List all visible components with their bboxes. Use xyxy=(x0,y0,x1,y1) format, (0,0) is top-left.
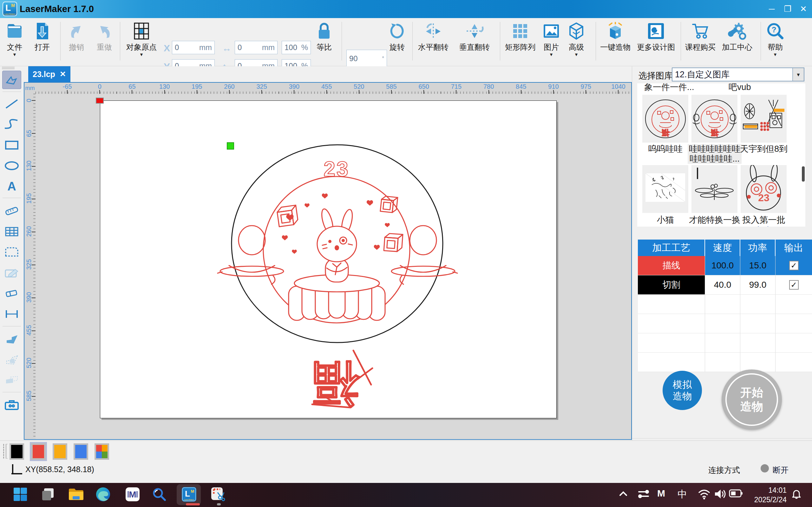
ellipse-tool[interactable] xyxy=(2,157,21,175)
gallery-item-label[interactable]: 哇哇哇哇哇哇 哇哇哇哇哇... xyxy=(688,144,742,164)
fill-outline-tool[interactable] xyxy=(2,350,21,369)
gallery-item-thumbnail[interactable]: 福 xyxy=(692,95,738,143)
output-checkbox[interactable] xyxy=(789,261,799,270)
statusbar-grip[interactable] xyxy=(3,444,5,458)
flip-horizontal-button[interactable]: 水平翻转 xyxy=(418,21,449,52)
volume-icon[interactable] xyxy=(714,488,726,500)
tab-close-icon[interactable]: ✕ xyxy=(60,70,66,78)
measure-tool[interactable] xyxy=(2,202,21,220)
file-button[interactable]: 文件 ▼ xyxy=(6,21,23,56)
fill-tool[interactable] xyxy=(2,330,21,348)
snipping-tool-icon[interactable] xyxy=(209,486,226,503)
task-view-icon[interactable] xyxy=(40,486,56,503)
one-key-create-button[interactable]: 一键造物 xyxy=(600,21,630,52)
gallery-item-thumbnail[interactable] xyxy=(741,95,786,143)
lock-ratio-button[interactable]: 等比 xyxy=(316,21,332,52)
line-tool[interactable] xyxy=(2,95,21,113)
table-row-empty xyxy=(638,353,812,372)
tab-23lcp[interactable]: 23.lcp ✕ xyxy=(28,66,70,82)
output-checkbox[interactable] xyxy=(789,280,799,290)
scale-w-input[interactable]: 100% xyxy=(282,41,311,54)
file-explorer-icon[interactable] xyxy=(68,486,84,503)
color-swatch-blue[interactable] xyxy=(73,443,88,460)
select-tool[interactable] xyxy=(2,71,21,89)
gallery-item-label[interactable]: 小猫 xyxy=(639,215,693,225)
gallery-partial-label: 象一件一件... xyxy=(644,83,694,93)
color-swatch-multi[interactable] xyxy=(95,443,109,460)
gallery-item-label[interactable]: 呜呜哇哇 xyxy=(639,144,693,154)
gallery-item-thumbnail[interactable]: 23 xyxy=(741,165,786,213)
start-button[interactable]: 开始 造物 xyxy=(722,370,782,430)
toolbox-tool[interactable] xyxy=(2,396,21,414)
search-icon[interactable] xyxy=(151,486,167,503)
start-button-windows[interactable] xyxy=(12,486,29,503)
fill-delete-tool[interactable] xyxy=(2,371,21,389)
help-button[interactable]: ? 帮助 ▼ xyxy=(766,21,784,56)
table-row-empty xyxy=(638,295,812,314)
minimize-button[interactable]: ─ xyxy=(765,3,778,15)
notification-bell-icon[interactable] xyxy=(791,488,803,500)
table-row-cut[interactable]: 切割 40.0 99.0 xyxy=(638,275,812,295)
open-button[interactable]: 打开 xyxy=(34,21,50,52)
course-purchase-button[interactable]: 课程购买 xyxy=(685,21,716,52)
m-app-icon[interactable]: M xyxy=(124,486,141,503)
clock[interactable]: 14:01 2025/2/24 xyxy=(749,486,786,504)
simulate-button[interactable]: 模拟 造物 xyxy=(663,371,702,410)
library-gallery[interactable]: 象一件一件... 吧vub 福 福 呜呜哇哇 哇哇哇哇哇哇 哇哇哇哇哇... 天… xyxy=(637,83,805,227)
undo-button[interactable]: 撤销 xyxy=(67,21,86,52)
tray-m-icon[interactable]: M xyxy=(657,488,665,499)
dimension-tool[interactable] xyxy=(2,305,21,323)
chevron-down-icon: ▼ xyxy=(549,53,554,56)
color-swatch-black[interactable] xyxy=(9,443,24,460)
color-swatch-red[interactable] xyxy=(31,443,46,460)
close-button[interactable]: ✕ xyxy=(797,3,810,15)
ime-indicator[interactable]: 中 xyxy=(677,488,687,501)
eraser-tool[interactable] xyxy=(2,284,21,302)
text-tool[interactable]: A xyxy=(2,177,21,195)
gallery-item-thumbnail[interactable] xyxy=(642,165,688,213)
chevron-down-icon: ▼ xyxy=(12,53,17,56)
work-page[interactable]: 23 xyxy=(100,101,557,418)
right-panel: 选择图库: 12.自定义图库 ▼ 象一件一件... 吧vub 福 福 呜呜哇哇 … xyxy=(632,66,812,441)
more-designs-button[interactable]: 更多设计图 xyxy=(637,21,675,52)
rectangle-tool[interactable] xyxy=(2,136,21,154)
canvas-viewport[interactable]: mm -650651301952603253904555205856507157… xyxy=(24,82,632,440)
color-swatch-orange[interactable] xyxy=(53,443,67,460)
gallery-item-label[interactable]: 投入第一批 dudy xyxy=(737,215,791,227)
edge-browser-icon[interactable] xyxy=(95,486,111,503)
wifi-icon[interactable] xyxy=(698,488,711,500)
work-center-button[interactable]: 加工中心 xyxy=(722,21,752,52)
lasermaker-taskbar-icon[interactable]: LMLaserMaker xyxy=(181,486,197,503)
gallery-scrollbar[interactable] xyxy=(802,166,805,181)
x-input[interactable]: 0mm xyxy=(172,41,215,54)
redo-button[interactable]: 重做 xyxy=(95,21,113,52)
gallery-item-thumbnail[interactable]: 福 xyxy=(642,95,688,143)
flip-vertical-button[interactable]: 垂直翻转 xyxy=(459,21,490,52)
table-tool[interactable] xyxy=(2,222,21,241)
image-button[interactable]: 图片 ▼ xyxy=(543,21,560,56)
gallery-item-label[interactable]: 才能特换一换 xyxy=(688,215,742,225)
library-dropdown[interactable]: 12.自定义图库 ▼ xyxy=(672,67,804,81)
dropdown-arrow-icon[interactable]: ▼ xyxy=(792,68,804,81)
object-origin-button[interactable]: 对象原点 ▼ xyxy=(126,21,157,56)
sketchpad-tool[interactable] xyxy=(2,264,21,282)
curve-tool[interactable] xyxy=(2,115,21,134)
palette-grip[interactable] xyxy=(2,67,14,67)
rotate-button[interactable]: 旋转 xyxy=(390,21,405,52)
advanced-button[interactable]: 高级 ▼ xyxy=(568,21,584,56)
rect-array-button[interactable]: 矩形阵列 xyxy=(505,21,536,52)
width-input[interactable]: 0mm xyxy=(235,41,277,54)
maximize-button[interactable]: ❐ xyxy=(781,3,794,15)
gallery-item-label[interactable]: 天宇到但8到 xyxy=(737,144,791,154)
origin-handle[interactable] xyxy=(96,98,104,104)
battery-icon[interactable] xyxy=(729,489,743,498)
outline-tool[interactable] xyxy=(2,243,21,262)
gallery-item-thumbnail[interactable] xyxy=(692,165,738,213)
table-row-line[interactable]: 描线 100.0 15.0 xyxy=(638,256,812,275)
selection-handle[interactable] xyxy=(227,142,234,150)
document-tab-bar: 23.lcp ✕ xyxy=(24,66,632,82)
rotate-angle-input[interactable]: 90° xyxy=(346,50,387,67)
tray-chevron-up-icon[interactable] xyxy=(618,489,629,499)
tray-mixer-icon[interactable] xyxy=(638,488,650,500)
date: 2025/2/24 xyxy=(749,495,786,504)
